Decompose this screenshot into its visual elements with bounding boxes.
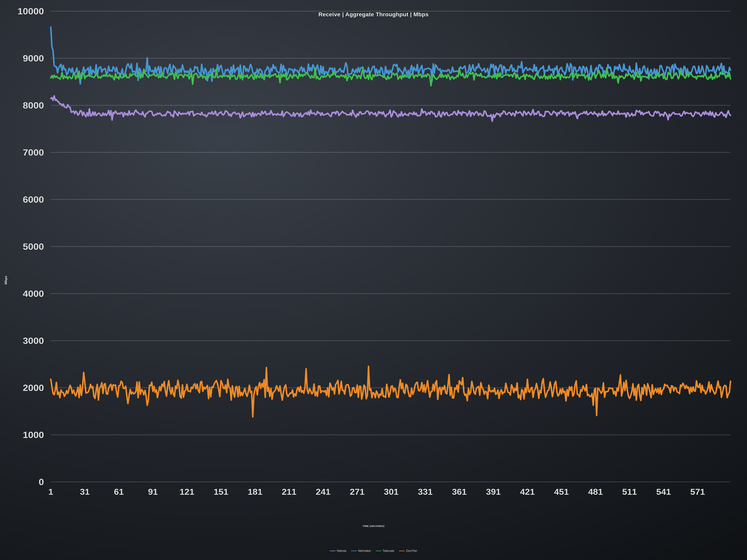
svg-text:1: 1 bbox=[48, 487, 53, 497]
svg-text:4000: 4000 bbox=[23, 289, 44, 299]
svg-text:211: 211 bbox=[282, 487, 297, 497]
legend-label: Nebula bbox=[337, 549, 346, 553]
svg-text:2000: 2000 bbox=[23, 383, 44, 393]
legend: NebulaNetmakerTailscaleZeroTier bbox=[0, 549, 747, 553]
svg-text:31: 31 bbox=[80, 487, 90, 497]
legend-label: Tailscale bbox=[383, 549, 394, 553]
chart-container: Receive | Aggregate Throughput | Mbps Mb… bbox=[0, 0, 747, 560]
legend-label: ZeroTier bbox=[406, 549, 417, 553]
svg-text:481: 481 bbox=[588, 487, 603, 497]
svg-text:331: 331 bbox=[418, 487, 433, 497]
gridlines bbox=[51, 11, 730, 482]
svg-text:91: 91 bbox=[148, 487, 158, 497]
svg-text:391: 391 bbox=[486, 487, 501, 497]
legend-item-zerotier: ZeroTier bbox=[399, 549, 417, 553]
svg-text:5000: 5000 bbox=[23, 242, 44, 252]
legend-item-tailscale: Tailscale bbox=[376, 549, 394, 553]
svg-text:421: 421 bbox=[520, 487, 535, 497]
svg-text:10000: 10000 bbox=[18, 6, 44, 16]
legend-item-netmaker: Netmaker bbox=[351, 549, 371, 553]
svg-text:541: 541 bbox=[656, 487, 671, 497]
series-zerotier bbox=[51, 366, 730, 417]
svg-text:241: 241 bbox=[316, 487, 331, 497]
svg-text:511: 511 bbox=[622, 487, 637, 497]
plot-svg: 0100020003000400050006000700080009000100… bbox=[51, 11, 730, 501]
series-nebula bbox=[51, 96, 730, 121]
legend-swatch bbox=[351, 551, 357, 551]
legend-swatch bbox=[399, 551, 405, 551]
svg-text:181: 181 bbox=[248, 487, 262, 497]
series-group bbox=[51, 27, 730, 417]
svg-text:3000: 3000 bbox=[23, 336, 44, 346]
svg-text:8000: 8000 bbox=[23, 101, 44, 110]
svg-text:9000: 9000 bbox=[23, 53, 44, 63]
svg-text:361: 361 bbox=[452, 487, 467, 497]
x-axis-label: TIME (SECONDS) bbox=[0, 525, 747, 528]
x-tick-labels: 1316191121151181211241271301331361391421… bbox=[48, 487, 705, 497]
svg-text:271: 271 bbox=[350, 487, 365, 497]
svg-text:151: 151 bbox=[213, 487, 228, 497]
svg-text:301: 301 bbox=[384, 487, 398, 497]
svg-text:0: 0 bbox=[39, 477, 44, 487]
legend-label: Netmaker bbox=[358, 549, 371, 553]
svg-text:121: 121 bbox=[180, 487, 194, 497]
svg-text:7000: 7000 bbox=[23, 148, 44, 158]
plot-area: 0100020003000400050006000700080009000100… bbox=[51, 11, 730, 501]
svg-text:451: 451 bbox=[554, 487, 569, 497]
legend-item-nebula: Nebula bbox=[330, 549, 346, 553]
svg-text:1000: 1000 bbox=[23, 430, 44, 440]
svg-text:6000: 6000 bbox=[23, 195, 44, 205]
y-axis-label: Mbps bbox=[4, 275, 8, 284]
legend-swatch bbox=[330, 551, 335, 551]
svg-text:61: 61 bbox=[114, 487, 124, 497]
y-tick-labels: 0100020003000400050006000700080009000100… bbox=[18, 6, 44, 487]
svg-text:571: 571 bbox=[690, 487, 705, 497]
legend-swatch bbox=[376, 551, 381, 551]
